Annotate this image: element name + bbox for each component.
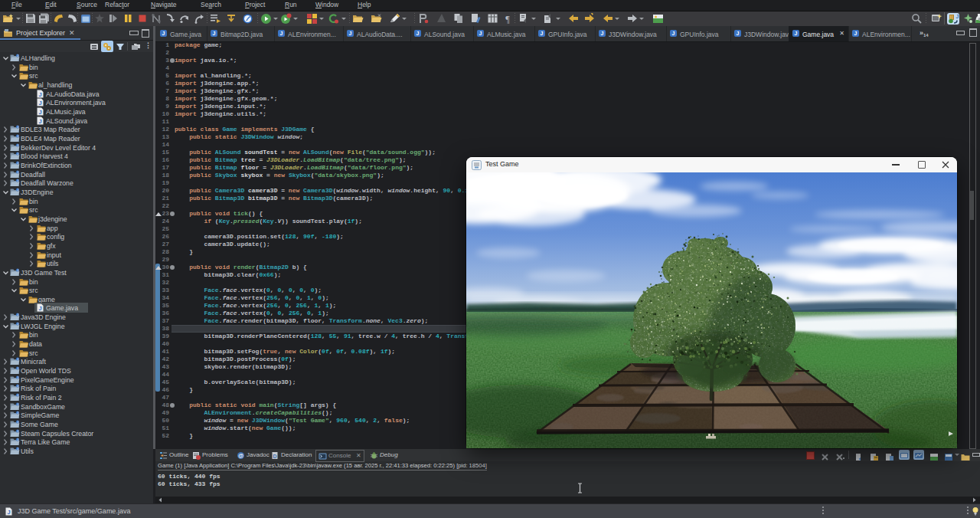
svg-text:J: J [38,109,41,116]
svg-text:J: J [17,161,18,165]
svg-text:J: J [17,375,18,379]
svg-text:J: J [17,152,18,156]
svg-text:J: J [17,438,18,441]
svg-text:J: J [17,170,18,174]
svg-text:J: J [17,188,18,192]
svg-text:J: J [17,393,18,397]
svg-text:J: J [17,429,18,433]
svg-text:J: J [17,357,18,361]
svg-text:@: @ [238,453,243,458]
svg-text:J: J [17,134,18,138]
svg-text:J: J [17,411,18,415]
svg-text:J: J [38,305,41,312]
svg-text:J: J [17,54,18,57]
svg-text:J: J [17,447,18,451]
svg-text:J: J [17,179,18,182]
svg-text:J: J [7,509,10,516]
svg-text:J: J [17,366,18,370]
svg-text:J: J [38,118,41,125]
svg-text:J: J [17,322,18,326]
svg-text:J: J [17,420,18,424]
svg-text:J: J [17,402,18,406]
svg-text:J: J [38,100,41,107]
svg-text:J: J [17,313,18,316]
svg-text:J: J [38,91,41,98]
svg-text:J: J [17,268,18,272]
svg-text:J: J [956,14,959,19]
svg-text:J: J [17,125,18,129]
svg-text:J: J [17,143,18,147]
svg-text:¶: ¶ [505,14,510,25]
svg-text:J: J [17,384,18,388]
svg-text:D: D [273,454,276,459]
